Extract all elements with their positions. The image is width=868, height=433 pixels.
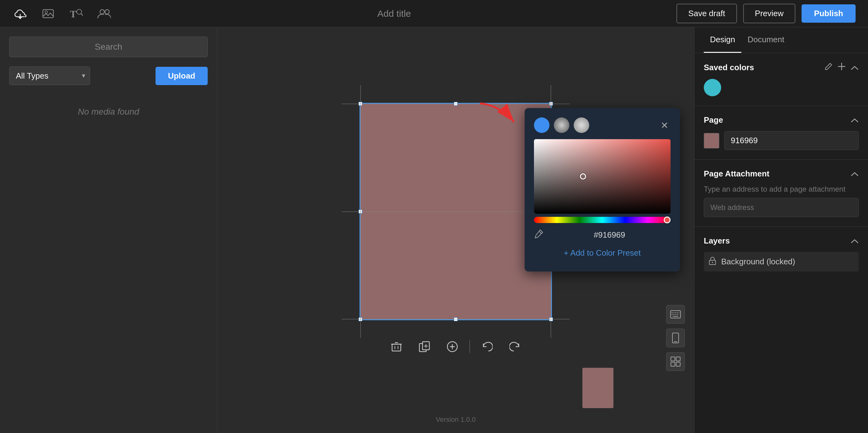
hue-slider-row (534, 217, 671, 223)
eyedropper-button[interactable] (534, 229, 543, 241)
layer-item[interactable]: Background (locked) (704, 252, 859, 271)
picker-modes (534, 117, 589, 133)
delete-button[interactable] (385, 336, 407, 357)
resize-handle-bm[interactable] (454, 317, 458, 321)
hue-slider[interactable] (534, 217, 671, 223)
page-attachment-section: Page Attachment Type an address to add a… (694, 160, 868, 227)
layers-section: Layers Background (locked) (694, 227, 868, 281)
canvas-toolbar (385, 336, 526, 357)
page-section-title: Page (704, 115, 723, 125)
collapse-page-button[interactable] (850, 115, 859, 125)
upload-button[interactable]: Upload (156, 67, 208, 85)
filter-row: All Types Images Videos Audio ▼ Upload (9, 66, 208, 85)
mobile-view-icon[interactable] (666, 329, 685, 347)
filter-select-wrapper: All Types Images Videos Audio ▼ (9, 66, 90, 85)
svg-rect-39 (676, 362, 680, 366)
linear-gradient-mode-button[interactable] (554, 117, 569, 133)
users-icon[interactable] (96, 6, 112, 22)
header-actions: Save draft Preview Publish (677, 4, 856, 23)
gradient-dark (534, 139, 671, 214)
svg-rect-2 (43, 10, 53, 18)
color-picker-close-button[interactable]: ✕ (658, 119, 671, 132)
canvas-element[interactable] (360, 103, 552, 320)
collapse-layers-button[interactable] (850, 236, 859, 246)
svg-rect-37 (676, 357, 680, 361)
page-attachment-title: Page Attachment (704, 169, 769, 179)
tab-design[interactable]: Design (704, 27, 741, 53)
duplicate-button[interactable] (413, 336, 435, 357)
web-address-input[interactable] (704, 198, 859, 217)
grid-view-icon[interactable] (666, 352, 685, 371)
page-section-header: Page (704, 115, 859, 125)
save-draft-button[interactable]: Save draft (677, 4, 737, 23)
lock-icon (709, 256, 716, 267)
svg-point-3 (45, 11, 48, 13)
guideline-left (361, 85, 361, 338)
svg-text:T: T (70, 8, 76, 19)
main-layout: All Types Images Videos Audio ▼ Upload N… (0, 27, 868, 433)
saved-colors-title: Saved colors (704, 63, 754, 73)
attachment-description: Type an address to add a page attachment (704, 185, 859, 194)
publish-button[interactable]: Publish (802, 4, 856, 23)
svg-point-43 (712, 262, 713, 263)
svg-line-6 (81, 14, 83, 16)
page-color-swatch[interactable] (704, 133, 719, 148)
keyboard-icon[interactable] (666, 305, 685, 324)
hue-cursor[interactable] (664, 216, 671, 223)
image-icon[interactable] (40, 6, 56, 22)
redo-button[interactable] (504, 336, 526, 357)
guideline-top (342, 104, 570, 104)
radial-gradient-mode-button[interactable] (574, 117, 589, 133)
resize-handle-br[interactable] (549, 317, 553, 321)
page-attachment-header: Page Attachment (704, 169, 859, 179)
left-sidebar: All Types Images Videos Audio ▼ Upload N… (0, 27, 217, 433)
no-media-label: No media found (9, 107, 208, 117)
page-color-input[interactable] (724, 131, 859, 150)
text-icon[interactable]: T (68, 6, 84, 22)
hex-value: #916969 (548, 230, 671, 240)
collapse-saved-colors-button[interactable] (850, 63, 859, 73)
undo-button[interactable] (476, 336, 498, 357)
tab-document[interactable]: Document (741, 27, 791, 53)
add-saved-color-button[interactable] (838, 62, 846, 73)
collapse-attachment-button[interactable] (850, 169, 859, 179)
svg-point-8 (105, 10, 109, 14)
add-to-color-preset-button[interactable]: + Add to Color Preset (534, 244, 671, 262)
saved-colors-section: Saved colors (694, 53, 868, 106)
page-title[interactable]: Add title (112, 8, 677, 19)
panel-tabs: Design Document (694, 27, 868, 53)
header-left-icons: T (12, 6, 112, 22)
right-panel: Design Document Saved colors (694, 27, 868, 433)
color-picker-popup: ✕ #916969 + (525, 108, 680, 271)
svg-line-22 (539, 231, 541, 234)
svg-rect-36 (671, 357, 675, 361)
gradient-cursor[interactable] (580, 173, 586, 179)
red-arrow (474, 100, 517, 133)
search-input[interactable] (9, 37, 208, 57)
svg-rect-38 (671, 362, 675, 366)
canvas-area[interactable]: ✕ #916969 + (217, 27, 694, 433)
edit-saved-colors-button[interactable] (825, 62, 833, 73)
canvas-content (360, 103, 552, 357)
saved-color-swatch[interactable] (704, 79, 721, 96)
svg-point-7 (100, 10, 104, 14)
filter-select[interactable]: All Types Images Videos Audio (9, 66, 90, 85)
picker-top: ✕ (534, 117, 671, 133)
saved-colors-actions (825, 62, 859, 73)
cloud-icon[interactable] (12, 6, 28, 22)
page-color-row (704, 131, 859, 150)
color-gradient-area[interactable] (534, 139, 671, 214)
svg-rect-10 (392, 344, 401, 351)
preview-button[interactable]: Preview (743, 4, 795, 23)
saved-colors-header: Saved colors (704, 62, 859, 73)
solid-mode-button[interactable] (534, 117, 550, 133)
guideline-bot (342, 319, 570, 319)
header: T Add title Save draft Preview Publish (0, 0, 868, 27)
mini-preview (582, 368, 614, 408)
add-button[interactable] (441, 336, 463, 357)
right-view-icons (666, 305, 685, 371)
layers-title: Layers (704, 236, 730, 246)
toolbar-divider (469, 341, 470, 353)
version-text: Version 1.0.0 (436, 415, 475, 424)
picker-bottom: #916969 (534, 229, 671, 241)
